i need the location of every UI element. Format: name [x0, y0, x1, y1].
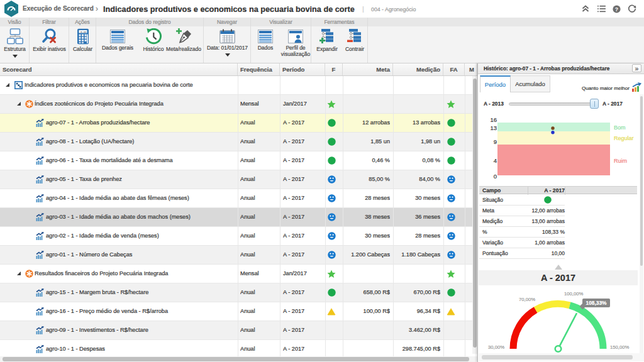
- svg-text:0.88: 0.88: [80, 31, 86, 33]
- svg-text:?: ?: [615, 6, 618, 13]
